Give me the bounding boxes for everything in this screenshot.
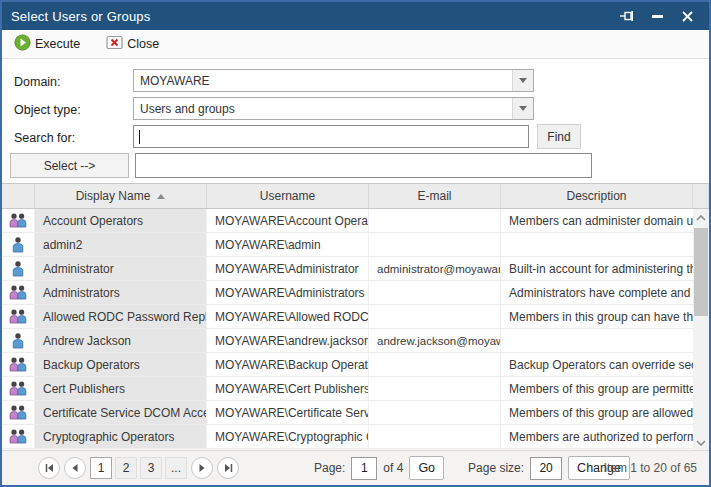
description-cell: Backup Operators can override security r… [501,353,693,376]
domain-label: Domain: [14,75,61,89]
user-icon [12,333,24,349]
table-row[interactable]: Certificate Service DCOM Access MOYAWARE… [2,401,693,425]
results-grid: Display Name Username E-mail Description [2,183,709,450]
close-tool-button[interactable]: Close [106,35,159,53]
display-name-cell: Backup Operators [35,353,207,376]
description-cell: Members of this group are permitted to p… [501,377,693,400]
table-row[interactable]: Andrew Jackson MOYAWARE\andrew.jackson a… [2,329,693,353]
first-page-button[interactable] [38,457,60,479]
table-row[interactable]: Cert Publishers MOYAWARE\Cert Publishers… [2,377,693,401]
table-row[interactable]: Administrators MOYAWARE\Administrators A… [2,281,693,305]
display-name-column-header[interactable]: Display Name [35,184,207,208]
search-input[interactable] [133,125,529,148]
table-row[interactable]: Account Operators MOYAWARE\Account Opera… [2,209,693,233]
object-type-value: Users and groups [134,102,512,116]
find-button[interactable]: Find [537,124,581,149]
group-icon [9,285,27,300]
group-icon [9,429,27,444]
last-page-button[interactable] [217,457,239,479]
text-cursor [139,130,140,144]
toolbar: Execute Close [2,30,709,59]
email-cell [369,305,501,328]
description-cell: Members of this group are allowed to con… [501,401,693,424]
previous-page-button[interactable] [64,457,86,479]
group-icon [9,357,27,372]
table-row[interactable]: Backup Operators MOYAWARE\Backup Operato… [2,353,693,377]
select-users-groups-dialog: Select Users or Groups [0,0,711,487]
username-cell: MOYAWARE\Allowed RODC Password Replicati… [207,305,369,328]
minimize-button[interactable] [649,8,665,24]
page-size-input[interactable]: 20 [530,457,562,480]
username-cell: MOYAWARE\Certificate Service DCOM Access [207,401,369,424]
display-name-cell: Allowed RODC Password Replication Group [35,305,207,328]
email-cell: administrator@moyaware.com [369,257,501,280]
description-column-header[interactable]: Description [501,184,693,208]
group-icon [9,213,27,228]
icon-column-header[interactable] [2,184,35,208]
page-label: Page: [314,461,345,475]
object-type-dropdown[interactable]: Users and groups [133,97,534,120]
scroll-up-icon[interactable] [693,209,709,226]
scroll-down-icon[interactable] [693,434,709,451]
group-icon [9,405,27,420]
close-button[interactable] [679,8,695,24]
domain-dropdown[interactable]: MOYAWARE [133,69,534,92]
email-cell [369,377,501,400]
display-name-cell: Administrators [35,281,207,304]
next-page-button[interactable] [191,457,213,479]
description-cell: Members are authorized to perform crypto… [501,425,693,448]
username-cell: MOYAWARE\Administrators [207,281,369,304]
object-type-label: Object type: [14,103,81,117]
grid-footer: 123... Page: 1 of 4 Go Page size: 20 Cha… [2,450,709,485]
chevron-down-icon [512,98,533,119]
email-cell [369,281,501,304]
username-cell: MOYAWARE\andrew.jackson [207,329,369,352]
email-cell [369,353,501,376]
page-size-label: Page size: [468,461,524,475]
display-name-cell: Account Operators [35,209,207,232]
user-icon [12,261,24,277]
description-cell [501,233,693,256]
table-row[interactable]: Allowed RODC Password Replication Group … [2,305,693,329]
username-column-header[interactable]: Username [207,184,369,208]
page-button-...[interactable]: ... [165,457,187,479]
username-cell: MOYAWARE\Administrator [207,257,369,280]
domain-value: MOYAWARE [134,74,512,88]
username-cell: MOYAWARE\Backup Operators [207,353,369,376]
page-button-1[interactable]: 1 [90,457,112,479]
page-button-2[interactable]: 2 [115,457,137,479]
display-name-cell: Cert Publishers [35,377,207,400]
window-title: Select Users or Groups [2,9,151,24]
table-row[interactable]: Cryptographic Operators MOYAWARE\Cryptog… [2,425,693,449]
page-number-input[interactable]: 1 [351,457,377,480]
username-cell: MOYAWARE\admin [207,233,369,256]
description-cell: Members in this group can have their pas… [501,305,693,328]
selected-items-field[interactable] [135,153,592,178]
user-icon [12,237,24,253]
execute-button[interactable]: Execute [14,34,80,54]
username-cell: MOYAWARE\Account Operators [207,209,369,232]
description-cell [501,329,693,352]
table-row[interactable]: admin2 MOYAWARE\admin [2,233,693,257]
pin-icon[interactable] [619,8,635,24]
username-cell: MOYAWARE\Cert Publishers [207,377,369,400]
select-button[interactable]: Select --> [10,153,129,178]
display-name-cell: Administrator [35,257,207,280]
description-cell: Built-in account for administering the c… [501,257,693,280]
table-row[interactable]: Administrator MOYAWARE\Administrator adm… [2,257,693,281]
email-cell [369,401,501,424]
email-cell [369,209,501,232]
grid-header: Display Name Username E-mail Description [2,184,709,209]
email-column-header[interactable]: E-mail [369,184,501,208]
vertical-scrollbar[interactable] [693,209,709,451]
display-name-cell: Andrew Jackson [35,329,207,352]
display-name-cell: Cryptographic Operators [35,425,207,448]
chevron-down-icon [512,70,533,91]
display-name-cell: Certificate Service DCOM Access [35,401,207,424]
close-tool-label: Close [127,37,159,51]
go-button[interactable]: Go [409,456,444,480]
page-button-3[interactable]: 3 [140,457,162,479]
execute-icon [14,34,31,54]
scrollbar-thumb[interactable] [694,228,708,316]
email-cell [369,233,501,256]
